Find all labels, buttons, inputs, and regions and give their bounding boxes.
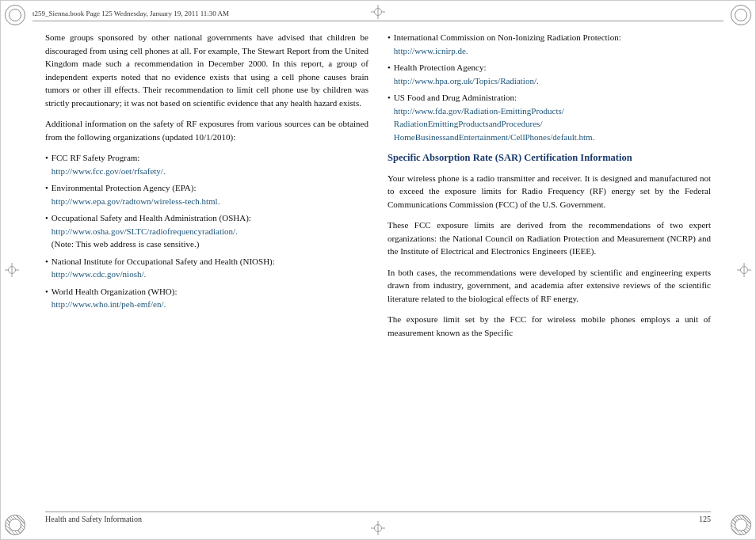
bullet-link[interactable]: http://www.epa.gov/radtown/wireless-tech… (52, 196, 220, 206)
bullet-link[interactable]: http://www.icnirp.de. (394, 46, 468, 55)
bullet-label: Occupational Safety and Health Administr… (52, 213, 251, 222)
bullet-link[interactable]: http://www.fcc.gov/oet/rfsafety/. (52, 166, 166, 176)
corner-decoration-tr (731, 5, 751, 25)
right-bullet-list: • International Commission on Non-Ionizi… (388, 31, 711, 143)
header-text: t259_Sienna.book Page 125 Wednesday, Jan… (32, 10, 229, 17)
left-column: Some groups sponsored by other national … (45, 31, 368, 509)
bullet-content: World Health Organization (WHO): http://… (52, 285, 368, 311)
bullet-link[interactable]: http://www.cdc.gov/niosh/. (52, 269, 146, 279)
left-paragraph-2: Additional information on the safety of … (45, 117, 368, 143)
bullet-label: FCC RF Safety Program: (52, 153, 140, 162)
bullet-link[interactable]: http://www.osha.gov/SLTC/radiofrequencyr… (52, 226, 238, 236)
list-item: • International Commission on Non-Ionizi… (388, 31, 711, 57)
bullet-dot: • (45, 181, 48, 207)
page-container: t259_Sienna.book Page 125 Wednesday, Jan… (0, 0, 756, 540)
bullet-dot: • (45, 255, 48, 281)
bullet-dot: • (45, 285, 48, 311)
bullet-label: Health Protection Agency: (394, 63, 487, 72)
bullet-dot: • (388, 61, 391, 87)
left-bullet-list: • FCC RF Safety Program: http://www.fcc.… (45, 151, 368, 311)
bullet-label: National Institute for Occupational Safe… (52, 257, 275, 266)
footer-right: 125 (699, 515, 711, 523)
bullet-dot: • (45, 211, 48, 251)
content-area: Some groups sponsored by other national … (45, 31, 711, 509)
crosshair-left (5, 263, 19, 277)
list-item: • Occupational Safety and Health Adminis… (45, 211, 368, 251)
bullet-note: (Note: This web address is case sensitiv… (52, 239, 199, 249)
header-bar: t259_Sienna.book Page 125 Wednesday, Jan… (32, 7, 724, 21)
corner-decoration-br (731, 515, 751, 535)
bullet-content: Occupational Safety and Health Administr… (52, 211, 368, 251)
bullet-content: National Institute for Occupational Safe… (52, 255, 368, 281)
bullet-dot: • (388, 91, 391, 143)
list-item: • Health Protection Agency: http://www.h… (388, 61, 711, 87)
section-heading: Specific Absorption Rate (SAR) Certifica… (388, 151, 711, 165)
right-paragraph-1: Your wireless phone is a radio transmitt… (388, 172, 711, 211)
bullet-link[interactable]: http://www.who.int/peh-emf/en/. (52, 299, 166, 309)
right-column: • International Commission on Non-Ionizi… (388, 31, 711, 509)
list-item: • National Institute for Occupational Sa… (45, 255, 368, 281)
bullet-link[interactable]: http://www.fda.gov/Radiation-EmittingPro… (394, 106, 595, 142)
list-item: • World Health Organization (WHO): http:… (45, 285, 368, 311)
bullet-content: Health Protection Agency: http://www.hpa… (394, 61, 711, 87)
bullet-link[interactable]: http://www.hpa.org.uk/Topics/Radiation/. (394, 76, 539, 86)
bullet-label: Environmental Protection Agency (EPA): (52, 183, 197, 192)
right-paragraph-2: These FCC exposure limits are derived fr… (388, 219, 711, 258)
corner-decoration-tl (5, 5, 25, 25)
corner-decoration-bl (5, 515, 25, 535)
left-paragraph-1: Some groups sponsored by other national … (45, 31, 368, 109)
list-item: • FCC RF Safety Program: http://www.fcc.… (45, 151, 368, 177)
bullet-label: World Health Organization (WHO): (52, 287, 178, 296)
footer: Health and Safety Information 125 (45, 511, 711, 523)
bullet-content: International Commission on Non-Ionizing… (394, 31, 711, 57)
list-item: • Environmental Protection Agency (EPA):… (45, 181, 368, 207)
list-item: • US Food and Drug Administration: http:… (388, 91, 711, 143)
right-paragraph-4: The exposure limit set by the FCC for wi… (388, 313, 711, 339)
bullet-label: International Commission on Non-Ionizing… (394, 32, 621, 42)
bullet-content: FCC RF Safety Program: http://www.fcc.go… (52, 151, 368, 177)
right-paragraph-3: In both cases, the recommendations were … (388, 266, 711, 306)
bullet-content: Environmental Protection Agency (EPA): h… (52, 181, 368, 207)
crosshair-right (737, 263, 751, 277)
bullet-content: US Food and Drug Administration: http://… (394, 91, 711, 143)
bullet-dot: • (45, 151, 48, 177)
bullet-dot: • (388, 31, 391, 57)
bullet-label: US Food and Drug Administration: (394, 93, 517, 102)
footer-left: Health and Safety Information (45, 515, 142, 523)
